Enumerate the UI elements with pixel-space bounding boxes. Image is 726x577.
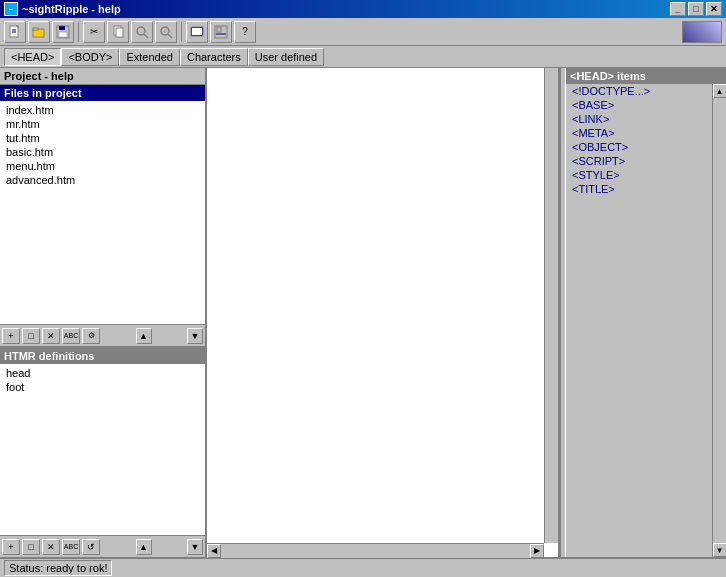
project-rename-button[interactable]: ABC: [62, 328, 80, 344]
file-item-index[interactable]: index.htm: [2, 103, 203, 117]
left-panel: Project - help Files in project index.ht…: [0, 68, 207, 557]
project-add-button[interactable]: +: [2, 328, 20, 344]
tag-extended-button[interactable]: Extended: [119, 48, 179, 66]
htmr-scroll-up[interactable]: ▲: [136, 539, 152, 555]
preview-button[interactable]: [186, 21, 208, 43]
editor-scroll-x: ◀ ▶: [207, 543, 544, 557]
project-new-button[interactable]: □: [22, 328, 40, 344]
project-props-button[interactable]: ⚙: [82, 328, 100, 344]
separator-2: [181, 22, 182, 42]
file-item-tut[interactable]: tut.htm: [2, 131, 203, 145]
tag-toolbar: <HEAD> <BODY> Extended Characters User d…: [0, 46, 726, 68]
find-button[interactable]: [131, 21, 153, 43]
title-bar: ~ ~sightRipple - help _ □ ✕: [0, 0, 726, 18]
maximize-button[interactable]: □: [688, 2, 704, 16]
new-button[interactable]: [4, 21, 26, 43]
run-button[interactable]: [210, 21, 232, 43]
htmr-item-foot[interactable]: foot: [2, 380, 203, 394]
head-items-list: <!DOCTYPE...> <BASE> <LINK> <META> <OBJE…: [566, 84, 712, 557]
head-item-meta[interactable]: <META>: [566, 126, 712, 140]
right-panel-inner: <!DOCTYPE...> <BASE> <LINK> <META> <OBJE…: [566, 84, 726, 557]
svg-rect-4: [33, 28, 38, 30]
right-scroll-down[interactable]: ▼: [713, 543, 727, 557]
svg-rect-16: [192, 28, 202, 35]
project-section: Project - help Files in project index.ht…: [0, 68, 205, 348]
htmr-scroll-down[interactable]: ▼: [187, 539, 203, 555]
status-bar: Status: ready to rok!: [0, 557, 726, 577]
file-item-mr[interactable]: mr.htm: [2, 117, 203, 131]
minimize-button[interactable]: _: [670, 2, 686, 16]
htmr-list: head foot: [0, 364, 205, 535]
htmr-delete-button[interactable]: ✕: [42, 539, 60, 555]
project-title: Project - help: [0, 68, 205, 85]
htmr-section: HTMR definitions head foot + □ ✕ ABC ↺ ▲…: [0, 348, 205, 557]
htmr-toolbar: + □ ✕ ABC ↺ ▲ ▼: [0, 535, 205, 557]
project-scroll-down[interactable]: ▼: [187, 328, 203, 344]
head-item-link[interactable]: <LINK>: [566, 112, 712, 126]
htmr-refresh-button[interactable]: ↺: [82, 539, 100, 555]
head-item-base[interactable]: <BASE>: [566, 98, 712, 112]
htmr-header: HTMR definitions: [0, 348, 205, 364]
scroll-right-button[interactable]: ▶: [530, 544, 544, 558]
logo-image: [682, 21, 722, 43]
htmr-new-button[interactable]: □: [22, 539, 40, 555]
file-item-menu[interactable]: menu.htm: [2, 159, 203, 173]
project-scroll-up[interactable]: ▲: [136, 328, 152, 344]
scroll-x-track[interactable]: [221, 544, 530, 558]
svg-point-10: [137, 27, 145, 35]
right-scrollbar: ▲ ▼: [712, 84, 726, 557]
head-item-object[interactable]: <OBJECT>: [566, 140, 712, 154]
scroll-left-button[interactable]: ◀: [207, 544, 221, 558]
head-item-script[interactable]: <SCRIPT>: [566, 154, 712, 168]
svg-rect-7: [59, 32, 67, 37]
help-button[interactable]: ?: [234, 21, 256, 43]
svg-rect-18: [217, 27, 221, 32]
project-delete-button[interactable]: ✕: [42, 328, 60, 344]
files-header: Files in project: [0, 85, 205, 101]
svg-line-11: [144, 34, 148, 38]
right-panel: <HEAD> items <!DOCTYPE...> <BASE> <LINK>…: [566, 68, 726, 557]
svg-rect-9: [116, 28, 123, 37]
htmr-add-button[interactable]: +: [2, 539, 20, 555]
status-text: Status: ready to rok!: [4, 560, 112, 576]
htmr-item-head[interactable]: head: [2, 366, 203, 380]
right-scroll-up[interactable]: ▲: [713, 84, 727, 98]
editor-scroll-y[interactable]: [544, 68, 558, 543]
open-button[interactable]: [28, 21, 50, 43]
tag-userdefined-button[interactable]: User defined: [248, 48, 324, 66]
head-items-header: <HEAD> items: [566, 68, 726, 84]
close-button[interactable]: ✕: [706, 2, 722, 16]
save-button[interactable]: [52, 21, 74, 43]
head-item-style[interactable]: <STYLE>: [566, 168, 712, 182]
tag-characters-button[interactable]: Characters: [180, 48, 248, 66]
window-title: ~sightRipple - help: [22, 3, 121, 15]
cut-button[interactable]: ✂: [83, 21, 105, 43]
copy-button[interactable]: [107, 21, 129, 43]
files-list: index.htm mr.htm tut.htm basic.htm menu.…: [0, 101, 205, 324]
svg-text:+: +: [163, 28, 166, 34]
file-item-basic[interactable]: basic.htm: [2, 145, 203, 159]
svg-rect-6: [59, 26, 65, 30]
zoom-button[interactable]: +: [155, 21, 177, 43]
head-item-title[interactable]: <TITLE>: [566, 182, 712, 196]
svg-line-13: [168, 34, 172, 38]
tag-head-button[interactable]: <HEAD>: [4, 48, 61, 66]
head-item-doctype[interactable]: <!DOCTYPE...>: [566, 84, 712, 98]
project-toolbar: + □ ✕ ABC ⚙ ▲ ▼: [0, 324, 205, 346]
center-editor[interactable]: ◀ ▶: [207, 68, 560, 557]
toolbar: ✂ + ?: [0, 18, 726, 46]
app-icon: ~: [4, 2, 18, 16]
tag-body-button[interactable]: <BODY>: [61, 48, 119, 66]
htmr-rename-button[interactable]: ABC: [62, 539, 80, 555]
main-container: Project - help Files in project index.ht…: [0, 68, 726, 557]
separator-1: [78, 22, 79, 42]
file-item-advanced[interactable]: advanced.htm: [2, 173, 203, 187]
